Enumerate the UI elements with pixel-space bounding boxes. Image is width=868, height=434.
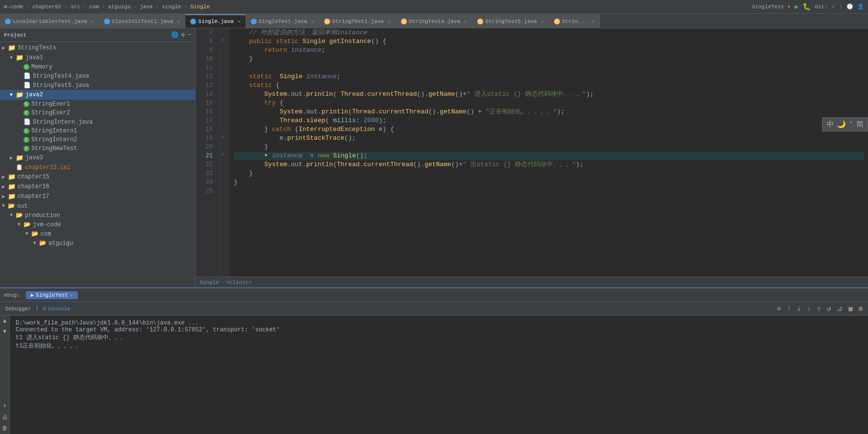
sidebar-item-out[interactable]: ▼ 📂 out bbox=[0, 201, 195, 211]
sidebar-item-stringexer2[interactable]: C StringExer2 bbox=[0, 108, 195, 117]
class-icon: C bbox=[23, 64, 29, 70]
tab-icon-singletest bbox=[251, 19, 257, 24]
toolbar-lines-icon[interactable]: ≡ bbox=[776, 304, 782, 314]
sidebar-item-label: StringTests bbox=[18, 44, 56, 51]
line-num-8: 8 bbox=[196, 37, 216, 46]
sidebar-item-chapter13iml[interactable]: 📋 chapter13.iml bbox=[0, 163, 195, 172]
sidebar-item-stringintern2[interactable]: C StringIntern2 bbox=[0, 135, 195, 144]
tab-close-stringtest1[interactable]: ✕ bbox=[388, 19, 391, 24]
tab-close-stringtest4[interactable]: ✕ bbox=[464, 19, 467, 24]
bc-com[interactable]: com bbox=[89, 4, 99, 10]
sidebar-item-label: StringExer1 bbox=[31, 101, 70, 108]
sidebar-item-stringexer1[interactable]: C StringExer1 bbox=[0, 100, 195, 108]
sidebar-item-stringintern1[interactable]: C StringIntern1 bbox=[0, 127, 195, 135]
debugger-tab-btn[interactable]: Debugger bbox=[4, 305, 33, 313]
folder-icon-orange: 📂 bbox=[8, 202, 15, 210]
fold-arrow-8[interactable]: ⊖ bbox=[222, 37, 224, 43]
toolbar-refresh-icon[interactable]: ↺ bbox=[825, 304, 832, 314]
sidebar-item-memory[interactable]: C Memory bbox=[0, 63, 195, 71]
console-print-icon[interactable]: 🖨 bbox=[2, 413, 8, 421]
line-num-25: 25 bbox=[196, 187, 216, 195]
bc-mcode[interactable]: m-code bbox=[4, 4, 23, 10]
tab-label-strin: Strin... bbox=[562, 19, 588, 24]
bottom-tab-singletest[interactable]: ▶ SingleTest ✕ bbox=[26, 291, 78, 299]
fold-arrow-15[interactable]: ⊖ bbox=[222, 152, 224, 157]
bottom-tab-close[interactable]: ✕ bbox=[70, 292, 73, 298]
toolbar-split-icon[interactable]: ⊞ bbox=[857, 304, 864, 314]
tab-close-classinit[interactable]: ✕ bbox=[177, 19, 180, 24]
bc-java[interactable]: java bbox=[140, 4, 153, 10]
tab-stringtest1[interactable]: StringTest1.java ✕ bbox=[319, 14, 396, 28]
toolbar-up-icon[interactable]: ↑ bbox=[785, 304, 792, 314]
sidebar-item-label: Memory bbox=[31, 64, 52, 70]
sidebar-item-production[interactable]: ▼ 📂 production bbox=[0, 211, 195, 220]
sidebar-item-chapter16[interactable]: ▶ 📁 chapter16 bbox=[0, 182, 195, 192]
tab-label-localvariables: LocalVariablesTest.java bbox=[13, 19, 87, 24]
sidebar-item-jvmcode[interactable]: ▼ 📂 jvm-code bbox=[0, 220, 195, 229]
code-editor[interactable]: // 外部提供的方法：返回单例instance public static Si… bbox=[230, 28, 868, 277]
sidebar-item-stringintern[interactable]: 📄 StringIntern.java bbox=[0, 117, 195, 127]
console-trash-icon[interactable]: 🗑 bbox=[2, 425, 8, 432]
line-number-gutter: 7 8 9 10 11 12 13 14 15 16 17 18 19 20 2… bbox=[196, 28, 230, 277]
sidebar-item-java1[interactable]: ▼ 📁 java1 bbox=[0, 53, 195, 63]
sidebar-item-atguigu[interactable]: ▼ 📂 atguigu bbox=[0, 239, 195, 248]
tab-close-strin[interactable]: ✕ bbox=[592, 19, 595, 24]
sidebar-item-com[interactable]: ▼ 📂 com bbox=[0, 229, 195, 239]
tab-close-single[interactable]: ✕ bbox=[238, 19, 241, 24]
bc-single[interactable]: single bbox=[162, 4, 181, 10]
tab-single[interactable]: Single.java ✕ bbox=[185, 14, 246, 28]
arrow-icon: ▼ bbox=[10, 92, 15, 98]
bc-chapter02[interactable]: chapter02 bbox=[32, 4, 61, 10]
sidebar-item-java2[interactable]: ▼ 📁 java2 bbox=[0, 90, 195, 100]
toolbar-filter-icon[interactable]: ⊿ bbox=[835, 304, 844, 314]
sidebar-item-label: StringTest4.java bbox=[33, 73, 89, 80]
sidebar-item-chapter15[interactable]: ▶ 📁 chapter15 bbox=[0, 172, 195, 182]
line-num-16: 16 bbox=[196, 108, 216, 116]
tab-localvariables[interactable]: LocalVariablesTest.java ✕ bbox=[0, 14, 99, 28]
toolbar-down2-icon[interactable]: ⇓ bbox=[795, 304, 802, 314]
tab-close-singletest[interactable]: ✕ bbox=[311, 19, 314, 24]
run-button[interactable]: ▶ bbox=[795, 2, 799, 11]
sidebar-item-stringtests[interactable]: ▶ 📁 StringTests bbox=[0, 43, 195, 53]
console-arrow-down[interactable]: ▼ bbox=[3, 328, 6, 335]
console-line-3: t1 进入static {} 静态代码块中。。。 bbox=[16, 333, 862, 342]
tab-singletest[interactable]: SingleTest.java ✕ bbox=[246, 14, 319, 28]
code-line-11 bbox=[234, 64, 864, 72]
line-num-15: 15 bbox=[196, 99, 216, 108]
bc-src[interactable]: src bbox=[70, 4, 80, 10]
tab-classinit[interactable]: ClassInitTest1.java ✕ bbox=[99, 14, 185, 28]
toolbar-down-icon[interactable]: ↓ bbox=[805, 304, 812, 314]
fold-arrow-13[interactable]: ⊖ bbox=[222, 134, 224, 140]
sidebar-minimize-icon[interactable]: — bbox=[188, 31, 191, 39]
sidebar-item-stringtest5[interactable]: 📄 StringTest5.java bbox=[0, 81, 195, 90]
bc-atguigu[interactable]: atguigu bbox=[108, 4, 131, 10]
debug-button[interactable]: 🐛 bbox=[802, 2, 811, 11]
toolbar-right: SingleTest ▾ ▶ 🐛 Git: ✓ ↑ 🕐 👤 bbox=[752, 2, 864, 11]
tab-stringtest5[interactable]: StringTest5.java ✕ bbox=[472, 14, 549, 28]
toolbar-grid-icon[interactable]: ▦ bbox=[847, 304, 854, 314]
sidebar-item-stringtest4[interactable]: 📄 StringTest4.java bbox=[0, 71, 195, 81]
run-config-label: SingleTest ▾ bbox=[752, 3, 790, 10]
tab-close-localvariables[interactable]: ✕ bbox=[91, 19, 94, 24]
console-download-icon[interactable]: ⬇ bbox=[3, 402, 6, 410]
code-line-15: try { bbox=[234, 99, 864, 108]
sidebar-item-label: StringIntern2 bbox=[31, 136, 77, 143]
tab-stringtest4[interactable]: StringTest4.java ✕ bbox=[396, 14, 473, 28]
tab-icon-stringtest5 bbox=[477, 19, 483, 24]
sidebar-item-chapter17[interactable]: ▶ 📁 chapter17 bbox=[0, 192, 195, 201]
console-arrow-up[interactable]: ▲ bbox=[3, 318, 6, 325]
sidebar-item-stringnewtest[interactable]: C StringNewTest bbox=[0, 144, 195, 153]
sidebar-cog-icon[interactable]: ⚙ bbox=[181, 31, 185, 39]
tab-close-stringtest5[interactable]: ✕ bbox=[541, 19, 544, 24]
line-num-13: 13 bbox=[196, 81, 216, 90]
tab-strin[interactable]: Strin... ✕ bbox=[549, 14, 600, 28]
code-line-24: } bbox=[234, 178, 864, 187]
sidebar-item-java3[interactable]: ▶ 📁 java3 bbox=[0, 153, 195, 163]
console-output: D:\work_file_path\Java\jdk1.8.0_144\bin\… bbox=[10, 316, 868, 434]
toolbar-up2-icon[interactable]: ⇑ bbox=[815, 304, 822, 314]
sidebar-globe-icon[interactable]: 🌐 bbox=[171, 31, 178, 39]
right-panel-degree-icon: ° bbox=[849, 120, 853, 129]
console-tab-btn[interactable]: ⊟ Console bbox=[42, 304, 72, 313]
editor-area: 7 8 9 10 11 12 13 14 15 16 17 18 19 20 2… bbox=[196, 28, 868, 287]
arrow-icon: ▶ bbox=[10, 155, 15, 161]
